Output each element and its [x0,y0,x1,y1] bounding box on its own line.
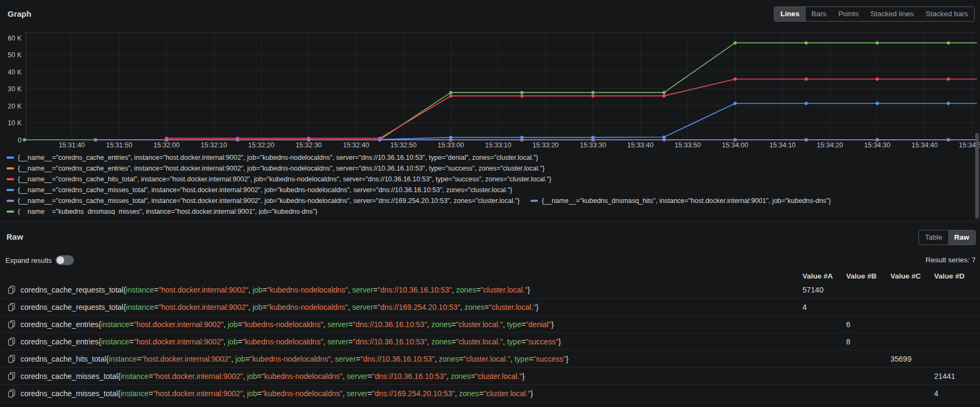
svg-text:30 K: 30 K [8,85,22,93]
copy-icon[interactable] [8,337,16,346]
copy-icon[interactable] [8,372,16,381]
legend-series-label: {__name__="coredns_cache_misses_total", … [18,185,512,195]
series-color-dash-icon [6,200,14,202]
svg-text:15:34:20: 15:34:20 [816,141,843,149]
legend-row: {__name__="coredns_cache_entries", insta… [6,151,966,162]
legend-item[interactable]: {__name__="coredns_cache_misses_total", … [6,195,520,206]
raw-view-toggle-group: TableRaw [918,230,976,245]
metric-expression: coredns_cache_requests_total{instance="h… [21,286,530,294]
copy-icon[interactable] [8,320,16,329]
svg-text:15:34:40: 15:34:40 [911,141,938,149]
explore-page: Graph LinesBarsPointsStacked linesStacke… [0,0,980,407]
svg-text:15:32:10: 15:32:10 [201,141,227,149]
value-cell: 21441 [934,372,955,381]
svg-text:10 K: 10 K [8,119,22,127]
series-color-dash-icon [6,211,14,213]
graph-panel: Graph LinesBarsPointsStacked linesStacke… [0,0,980,222]
svg-text:15:33:10: 15:33:10 [485,141,512,149]
legend-item[interactable]: {__name__="coredns_cache_entries", insta… [6,163,545,174]
legend-row: {__name__="coredns_cache_hits_total", in… [6,173,966,184]
raw-panel: Raw TableRaw Expand results Result serie… [0,222,980,407]
svg-text:15:33:20: 15:33:20 [533,141,559,149]
raw-metric-row: coredns_cache_requests_total{instance="h… [0,281,980,299]
raw-metric-row: coredns_cache_hits_total{instance="host.… [0,350,980,368]
metric-expression: coredns_cache_requests_total{instance="h… [21,303,539,311]
raw-metric-row: coredns_cache_misses_total{instance="hos… [0,385,980,402]
graph-mode-points[interactable]: Points [832,7,865,21]
legend-item[interactable]: {__name__="kubedns_dnsmasq_hits", instan… [530,195,831,206]
value-cell: 57140 [802,286,824,294]
svg-text:15:33:30: 15:33:30 [580,141,606,149]
svg-text:15:34:10: 15:34:10 [770,141,796,149]
raw-metric-row: coredns_cache_entries{instance="host.doc… [0,333,980,350]
svg-text:60 K: 60 K [8,35,22,42]
graph-mode-bars[interactable]: Bars [806,7,833,21]
column-header: Value #C [890,272,921,280]
copy-icon[interactable] [8,355,16,363]
raw-panel-title: Raw [6,232,23,241]
legend-series-label: {__name__="coredns_cache_misses_total", … [18,195,520,206]
raw-metric-row: coredns_cache_requests_total{instance="h… [0,299,980,316]
value-cell: 8 [846,337,850,346]
svg-text:15:33:00: 15:33:00 [438,141,464,149]
legend-row: {__name__="coredns_cache_misses_total", … [6,194,966,205]
timeseries-chart[interactable]: 15:31:4015:31:5015:32:0015:32:1015:32:20… [0,27,980,154]
raw-view-table[interactable]: Table [919,230,948,245]
result-series-count: Result series: 7 [925,256,976,264]
legend-scrollbar[interactable] [975,133,979,220]
graph-mode-stacked-lines[interactable]: Stacked lines [865,7,920,21]
svg-text:15:32:20: 15:32:20 [248,141,275,149]
svg-text:40 K: 40 K [8,69,22,76]
value-cell: 6 [846,320,850,329]
legend-scrollbar-thumb[interactable] [975,133,979,218]
svg-text:15:33:40: 15:33:40 [627,141,654,149]
legend-item[interactable]: {__name__="coredns_cache_entries", insta… [6,152,538,163]
legend-series-label: {__name__="kubedns_dnsmasq_misses", inst… [18,206,317,215]
legend-item[interactable]: {__name__="coredns_cache_misses_total", … [6,185,512,195]
series-color-dash-icon [6,167,14,169]
raw-metric-row: coredns_cache_misses_total{instance="hos… [0,368,980,385]
graph-mode-stacked-bars[interactable]: Stacked bars [920,7,974,21]
graph-mode-lines[interactable]: Lines [774,7,805,21]
legend-series-label: {__name__="kubedns_dnsmasq_hits", instan… [542,195,831,206]
graph-panel-title: Graph [8,9,31,18]
column-header: Value #B [846,272,876,280]
legend-item[interactable]: {__name__="coredns_cache_hits_total", in… [6,174,552,185]
series-color-dash-icon [6,178,14,180]
legend-series-label: {__name__="coredns_cache_entries", insta… [18,152,538,163]
metric-expression: coredns_cache_misses_total{instance="hos… [21,389,533,398]
series-color-dash-icon [6,189,14,191]
copy-icon[interactable] [8,286,16,294]
expand-results-toggle[interactable] [56,255,74,265]
raw-table: coredns_cache_requests_total{instance="h… [0,281,980,402]
svg-text:20 K: 20 K [8,103,22,110]
metric-expression: coredns_cache_entries{instance="host.doc… [21,337,561,346]
svg-text:15:32:30: 15:32:30 [296,141,322,149]
svg-text:15:33:50: 15:33:50 [675,141,701,149]
copy-icon[interactable] [8,389,16,398]
copy-icon[interactable] [8,303,16,311]
raw-view-raw[interactable]: Raw [948,230,975,245]
legend-row: {__name__="coredns_cache_misses_total", … [6,184,966,194]
series-color-dash-icon [6,157,14,159]
svg-text:50 K: 50 K [8,51,22,59]
svg-text:15:34:00: 15:34:00 [722,141,748,149]
svg-text:0: 0 [18,137,22,144]
svg-text:15:32:50: 15:32:50 [390,141,417,149]
graph-legend: {__name__="coredns_cache_entries", insta… [0,151,966,215]
svg-text:15:32:00: 15:32:00 [153,141,180,149]
svg-text:15:34:30: 15:34:30 [864,141,890,149]
legend-row: {__name__="kubedns_dnsmasq_misses", inst… [6,205,966,215]
svg-text:15:31:50: 15:31:50 [106,141,132,149]
svg-text:15:31:40: 15:31:40 [59,141,85,149]
graph-style-toggle-group: LinesBarsPointsStacked linesStacked bars [774,6,975,22]
legend-item[interactable]: {__name__="kubedns_dnsmasq_misses", inst… [6,206,317,215]
column-header: Value #A [802,272,833,280]
metric-expression: coredns_cache_misses_total{instance="hos… [21,372,525,381]
toggle-knob [57,256,64,264]
value-cell: 4 [934,389,938,398]
value-cell: 4 [802,303,807,311]
value-cell: 35699 [890,355,911,363]
raw-metric-row: coredns_cache_entries{instance="host.doc… [0,316,980,333]
series-color-dash-icon [530,200,538,202]
